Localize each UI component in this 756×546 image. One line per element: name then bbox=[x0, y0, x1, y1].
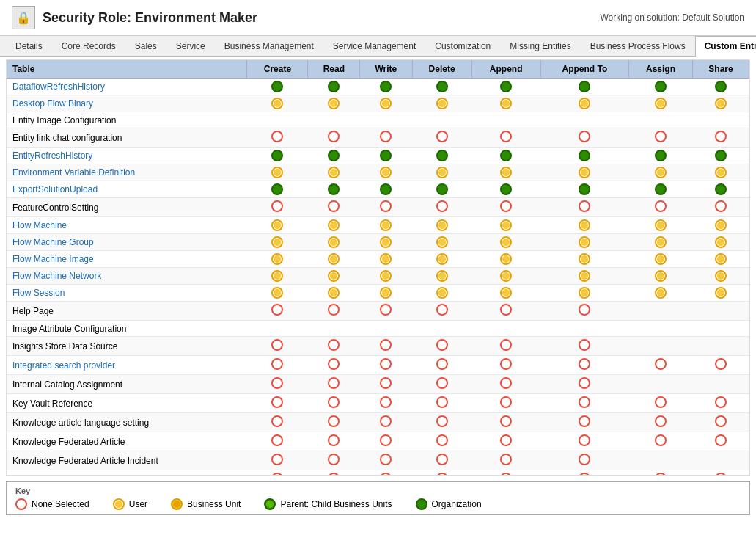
icon-none[interactable] bbox=[500, 200, 512, 212]
cell-write[interactable] bbox=[360, 451, 412, 470]
icon-org[interactable] bbox=[655, 81, 667, 92]
icon-user[interactable] bbox=[715, 167, 727, 178]
cell-read[interactable] bbox=[308, 112, 360, 128]
cell-write[interactable] bbox=[360, 217, 412, 234]
cell-append[interactable] bbox=[471, 198, 540, 217]
icon-none[interactable] bbox=[380, 473, 392, 476]
icon-org[interactable] bbox=[500, 81, 512, 92]
cell-append[interactable] bbox=[471, 394, 540, 413]
cell-append[interactable] bbox=[471, 181, 540, 198]
cell-share[interactable] bbox=[693, 285, 749, 302]
cell-write[interactable] bbox=[360, 79, 412, 95]
cell-assign[interactable] bbox=[629, 394, 693, 413]
tab-sales[interactable]: Sales bbox=[125, 36, 166, 56]
cell-write[interactable] bbox=[360, 394, 412, 413]
icon-none[interactable] bbox=[328, 358, 340, 370]
cell-read[interactable] bbox=[308, 285, 360, 302]
cell-write[interactable] bbox=[360, 302, 412, 321]
tab-customization[interactable]: Customization bbox=[425, 36, 500, 56]
cell-create[interactable] bbox=[247, 337, 308, 356]
icon-none[interactable] bbox=[271, 377, 283, 389]
icon-none[interactable] bbox=[271, 396, 283, 408]
icon-none[interactable] bbox=[579, 415, 590, 427]
tab-details[interactable]: Details bbox=[6, 36, 52, 56]
cell-write[interactable] bbox=[360, 356, 412, 375]
icon-org[interactable] bbox=[436, 183, 448, 195]
cell-create[interactable] bbox=[247, 375, 308, 394]
icon-none[interactable] bbox=[328, 434, 340, 446]
icon-none[interactable] bbox=[271, 434, 283, 446]
cell-create[interactable] bbox=[247, 112, 308, 128]
cell-appendTo[interactable] bbox=[540, 198, 628, 217]
cell-appendTo[interactable] bbox=[540, 451, 628, 470]
cell-appendTo[interactable] bbox=[540, 321, 628, 337]
cell-appendTo[interactable] bbox=[540, 413, 628, 432]
cell-read[interactable] bbox=[308, 198, 360, 217]
icon-none[interactable] bbox=[579, 473, 590, 476]
cell-read[interactable] bbox=[308, 394, 360, 413]
cell-assign[interactable] bbox=[629, 432, 693, 451]
cell-delete[interactable] bbox=[412, 321, 471, 337]
row-name[interactable]: DataflowRefreshHistory bbox=[7, 79, 247, 95]
cell-share[interactable] bbox=[693, 79, 749, 95]
cell-append[interactable] bbox=[471, 470, 540, 476]
icon-org[interactable] bbox=[579, 183, 590, 195]
cell-create[interactable] bbox=[247, 321, 308, 337]
tab-business-process-flows[interactable]: Business Process Flows bbox=[581, 36, 695, 56]
icon-user[interactable] bbox=[380, 219, 392, 231]
cell-delete[interactable] bbox=[412, 451, 471, 470]
icon-none[interactable] bbox=[579, 377, 590, 389]
cell-delete[interactable] bbox=[412, 251, 471, 268]
cell-assign[interactable] bbox=[629, 337, 693, 356]
row-name[interactable]: Integrated search provider bbox=[7, 356, 247, 375]
cell-share[interactable] bbox=[693, 95, 749, 112]
icon-org[interactable] bbox=[655, 150, 667, 161]
cell-read[interactable] bbox=[308, 148, 360, 164]
cell-delete[interactable] bbox=[412, 302, 471, 321]
row-name[interactable]: Flow Machine bbox=[7, 217, 247, 234]
icon-none[interactable] bbox=[380, 339, 392, 351]
cell-assign[interactable] bbox=[629, 268, 693, 285]
icon-none[interactable] bbox=[328, 377, 340, 389]
cell-append[interactable] bbox=[471, 413, 540, 432]
cell-delete[interactable] bbox=[412, 181, 471, 198]
cell-share[interactable] bbox=[693, 432, 749, 451]
cell-appendTo[interactable] bbox=[540, 112, 628, 128]
cell-read[interactable] bbox=[308, 451, 360, 470]
icon-user[interactable] bbox=[328, 253, 340, 265]
cell-create[interactable] bbox=[247, 432, 308, 451]
cell-appendTo[interactable] bbox=[540, 356, 628, 375]
cell-write[interactable] bbox=[360, 148, 412, 164]
icon-none[interactable] bbox=[715, 358, 727, 370]
icon-none[interactable] bbox=[436, 200, 448, 212]
icon-user[interactable] bbox=[436, 219, 448, 231]
icon-none[interactable] bbox=[715, 131, 727, 142]
icon-user[interactable] bbox=[579, 219, 590, 231]
icon-none[interactable] bbox=[328, 415, 340, 427]
icon-none[interactable] bbox=[436, 304, 448, 316]
icon-org[interactable] bbox=[380, 81, 392, 92]
cell-assign[interactable] bbox=[629, 251, 693, 268]
icon-none[interactable] bbox=[715, 473, 727, 476]
cell-read[interactable] bbox=[308, 375, 360, 394]
cell-create[interactable] bbox=[247, 302, 308, 321]
cell-append[interactable] bbox=[471, 128, 540, 148]
cell-append[interactable] bbox=[471, 234, 540, 251]
cell-create[interactable] bbox=[247, 148, 308, 164]
cell-append[interactable] bbox=[471, 302, 540, 321]
table-container[interactable]: TableCreateReadWriteDeleteAppendAppend T… bbox=[6, 59, 750, 476]
icon-none[interactable] bbox=[436, 358, 448, 370]
icon-none[interactable] bbox=[500, 131, 512, 142]
cell-delete[interactable] bbox=[412, 95, 471, 112]
cell-share[interactable] bbox=[693, 234, 749, 251]
cell-create[interactable] bbox=[247, 164, 308, 181]
icon-user[interactable] bbox=[655, 167, 667, 178]
icon-user[interactable] bbox=[655, 98, 667, 109]
icon-user[interactable] bbox=[655, 253, 667, 265]
cell-share[interactable] bbox=[693, 112, 749, 128]
icon-none[interactable] bbox=[271, 131, 283, 142]
icon-none[interactable] bbox=[500, 358, 512, 370]
icon-none[interactable] bbox=[380, 200, 392, 212]
cell-write[interactable] bbox=[360, 470, 412, 476]
cell-assign[interactable] bbox=[629, 128, 693, 148]
